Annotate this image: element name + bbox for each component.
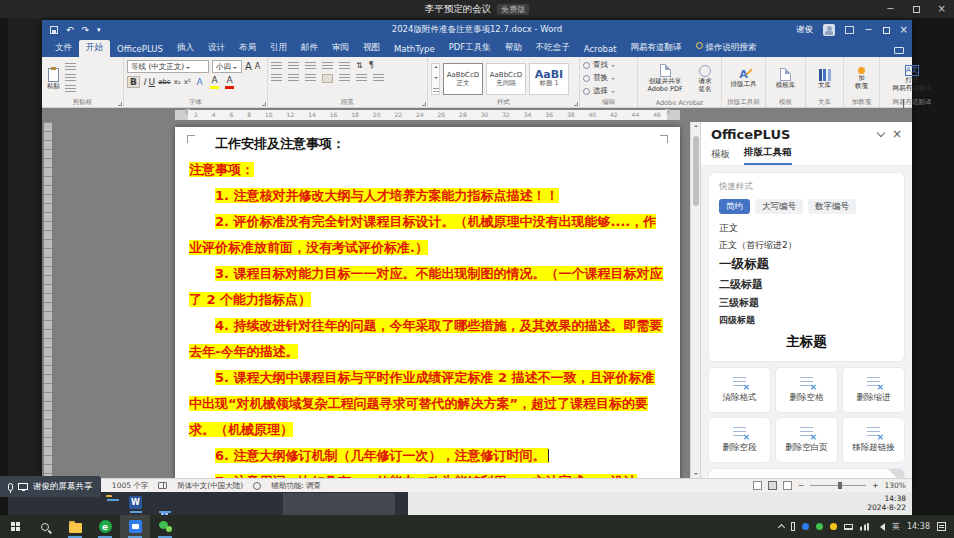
bold-button[interactable]: B	[127, 76, 140, 88]
document-scrollbar[interactable]	[690, 122, 700, 478]
doc-paragraph[interactable]: 5. 课程大纲中课程目标与平时作业成绩评定标准 2 描述不一致，且评价标准中出现…	[189, 365, 666, 443]
undo-icon[interactable]: ↶	[66, 25, 74, 35]
style-scheme-chip[interactable]: 大写编号	[755, 199, 803, 214]
ribbon-tab[interactable]: 不吃盒子	[529, 40, 577, 57]
style-chip[interactable]: AaBI 标题 1	[529, 63, 569, 95]
print-layout-icon[interactable]	[768, 481, 777, 490]
pilcrow-icon[interactable]: ¶	[369, 61, 374, 71]
accessibility-status[interactable]: 辅助功能: 调查	[271, 481, 321, 491]
remote-word-icon[interactable]: W	[129, 496, 954, 509]
pane-style-item[interactable]: 正文（首行缩进2）	[719, 235, 894, 252]
avatar[interactable]	[823, 24, 835, 36]
style-chip[interactable]: AaBbCcD 无间隔	[486, 63, 526, 95]
pane-tab[interactable]: 模板	[711, 148, 730, 165]
word-count[interactable]: 1005 个字	[112, 481, 148, 491]
request-signature-button[interactable]: 请求 签名	[697, 64, 714, 94]
strikethrough-button[interactable]: abc	[158, 77, 171, 87]
styles-scroll-down-icon[interactable]	[434, 77, 438, 81]
tray-app-blue-icon[interactable]	[802, 523, 809, 530]
microphone-icon[interactable]	[8, 483, 13, 491]
ribbon-tab[interactable]: OfficePLUS	[110, 42, 170, 57]
open-translate-button[interactable]: A文 打开 网易有道翻译	[891, 64, 934, 93]
tray-app-yellow-icon[interactable]	[830, 523, 837, 530]
read-mode-icon[interactable]	[753, 481, 762, 490]
paste-button[interactable]: 粘贴	[45, 67, 62, 91]
ribbon-tab[interactable]: 文件	[48, 40, 79, 57]
doc-paragraph[interactable]: 2. 评价标准没有完全针对课程目标设计。（机械原理中没有出现能够....，作业评…	[189, 209, 666, 261]
editing-item[interactable]: 替换	[583, 72, 615, 84]
pane-style-item[interactable]: 主标题	[719, 327, 894, 353]
clipboard-dialog-launcher-icon[interactable]	[118, 102, 122, 106]
ribbon-tab[interactable]: 插入	[170, 40, 201, 57]
ribbon-display-options-icon[interactable]	[845, 26, 854, 34]
create-share-pdf-button[interactable]: 创建并共享 Adobe PDF	[645, 63, 684, 94]
font-size-select[interactable]: 小四	[212, 60, 242, 73]
screen-share-badge[interactable]: 谢俊的屏幕共享	[0, 476, 101, 497]
ribbon-tab[interactable]: 视图	[356, 40, 387, 57]
meeting-minimize-button[interactable]: −	[886, 4, 894, 14]
meeting-close-button[interactable]: ×	[938, 4, 946, 14]
cut-icon[interactable]	[65, 63, 76, 72]
save-icon[interactable]	[50, 26, 58, 34]
doc-paragraph[interactable]: 6. 注意大纲修订机制（几年修订一次），注意修订时间。	[189, 443, 666, 469]
align-left-icon[interactable]	[271, 74, 282, 83]
action-center-icon[interactable]	[937, 522, 946, 531]
taskbar-clock[interactable]: 14:38	[907, 522, 930, 531]
volume-icon[interactable]	[876, 523, 885, 531]
highlight-color-button[interactable]: A	[209, 75, 221, 89]
subscript-button[interactable]: x₂	[174, 77, 181, 87]
word-minimize-button[interactable]: −	[864, 25, 872, 35]
layout-tools-button[interactable]: A 排版工具	[729, 68, 759, 89]
tray-device-icon[interactable]	[844, 524, 853, 530]
pane-style-item[interactable]: 二级标题	[719, 273, 894, 292]
input-language[interactable]: 英	[892, 521, 900, 532]
ribbon-tab[interactable]: 帮助	[498, 40, 529, 57]
ribbon-tab[interactable]: 网易有道翻译	[624, 40, 689, 57]
shading-icon[interactable]	[356, 74, 367, 83]
layout-tool-button[interactable]: 删除缩进	[843, 368, 904, 412]
pane-tab[interactable]: 排版工具箱	[744, 146, 792, 165]
collapse-ribbon-icon[interactable]	[903, 99, 909, 105]
scrollbar-thumb[interactable]	[693, 136, 699, 206]
doc-paragraph[interactable]: 3. 课程目标对能力目标一一对应。不能出现制图的情况。（一个课程目标对应了 2 …	[189, 261, 666, 313]
document-canvas[interactable]: 工作安排及注意事项： 注意事项： 1. 注意核对并修改大纲与人才培养方案能力指标…	[42, 122, 700, 478]
taskbar-wechat[interactable]	[150, 515, 180, 538]
ribbon-tab[interactable]: PDF工具集	[442, 40, 498, 57]
styles-more-icon[interactable]	[433, 88, 439, 92]
zoom-level[interactable]: 130%	[885, 481, 906, 490]
start-button[interactable]	[0, 515, 30, 538]
font-dialog-launcher-icon[interactable]	[262, 102, 266, 106]
word-close-button[interactable]: ×	[900, 25, 908, 35]
template-library-button[interactable]: 模板库	[774, 67, 798, 90]
horizontal-ruler[interactable]: 2468101214161820222426283032343638404244…	[42, 108, 912, 122]
taskbar-meeting-app[interactable]	[120, 515, 150, 538]
shrink-font-button[interactable]: A	[255, 62, 260, 72]
zoom-slider[interactable]	[810, 485, 866, 486]
word-restore-button[interactable]	[883, 27, 890, 34]
battery-icon[interactable]	[791, 522, 795, 531]
style-scheme-chip[interactable]: 数字编号	[808, 199, 856, 214]
vertical-ruler[interactable]	[44, 122, 52, 478]
scroll-up-icon[interactable]	[694, 123, 698, 127]
editing-item[interactable]: 查找	[583, 59, 615, 71]
qat-customize-icon[interactable]: ▾	[97, 26, 101, 34]
align-center-icon[interactable]	[288, 74, 299, 83]
align-right-icon[interactable]	[305, 74, 316, 83]
taskbar-browser[interactable]: e	[90, 515, 120, 538]
multilevel-list-icon[interactable]	[305, 62, 316, 71]
web-layout-icon[interactable]	[783, 481, 792, 490]
taskbar-file-explorer[interactable]	[60, 515, 90, 538]
pane-style-item[interactable]: 一级标题	[719, 252, 894, 273]
underline-button[interactable]: U	[149, 77, 156, 87]
pane-style-item[interactable]: 正文	[719, 218, 894, 235]
addins-button[interactable]: 加 载项	[853, 66, 870, 91]
pane-collapse-icon[interactable]	[877, 128, 885, 136]
doc-paragraph[interactable]: 1. 注意核对并修改大纲与人才培养方案能力指标点描述！！	[189, 183, 666, 209]
scroll-down-icon[interactable]	[694, 473, 698, 477]
account-name[interactable]: 谢俊	[796, 24, 813, 36]
doc-paragraph[interactable]: 7. 注意用词，比如具有……的能力，改为能够利用……方法完成……设计	[189, 469, 666, 478]
ribbon-tab[interactable]: 开始	[79, 40, 110, 57]
library-button[interactable]: 文库	[816, 68, 833, 90]
redo-icon[interactable]: ↷	[82, 25, 90, 35]
font-name-select[interactable]: 等线 (中文正文)	[127, 60, 209, 73]
